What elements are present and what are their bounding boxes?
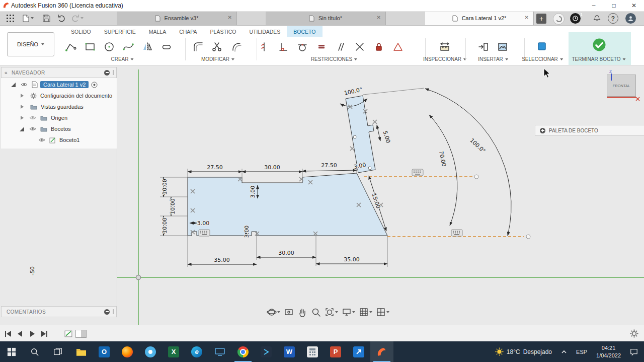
expanded-arrow-icon[interactable] <box>11 83 16 87</box>
look-at-button[interactable] <box>283 306 295 318</box>
tab-close-icon[interactable]: ✕ <box>228 15 232 20</box>
maximize-button[interactable]: □ <box>604 0 624 11</box>
fit-button[interactable] <box>324 306 339 318</box>
timeline-skip-end-button[interactable] <box>38 328 50 340</box>
construction-lines[interactable] <box>364 175 530 239</box>
file-menu-button[interactable] <box>20 13 36 24</box>
insert-derive-button[interactable] <box>474 37 493 56</box>
dim-angle-top[interactable]: 100.0° <box>344 86 363 96</box>
dim-bottom2[interactable]: 30.00 <box>278 250 294 256</box>
job-status-icon[interactable] <box>553 13 565 25</box>
line-tool-button[interactable] <box>61 37 80 56</box>
ribbon-tab-boceto[interactable]: BOCETO <box>287 26 322 37</box>
origin-point[interactable] <box>136 275 141 280</box>
dimension-edit-keyboard-icon[interactable] <box>412 169 423 176</box>
ribbon-tab-plastico[interactable]: PLÁSTICO <box>204 26 243 37</box>
tree-row-document[interactable]: Cara Lateral 1 v2 <box>1 79 117 90</box>
dim-left3[interactable]: 10.00 <box>162 218 168 234</box>
dim-step-mid[interactable]: 3.00 <box>250 186 256 198</box>
terminar-boceto-menu[interactable]: TERMINAR BOCETO <box>572 56 625 62</box>
timeline-marker[interactable] <box>75 330 87 338</box>
insert-image-button[interactable] <box>493 37 512 56</box>
lock-constraint-button[interactable] <box>369 37 388 56</box>
tab-close-icon[interactable]: ✕ <box>377 15 381 20</box>
timeline-step-back-button[interactable] <box>14 328 26 340</box>
eye-icon[interactable] <box>29 126 36 131</box>
tangent-constraint-button[interactable] <box>293 37 312 56</box>
tree-row-sketch1[interactable]: Boceto1 <box>1 134 117 146</box>
tab-close-icon[interactable]: ✕ <box>525 15 529 20</box>
search-icon[interactable] <box>23 341 46 362</box>
doc-tab-sin-titulo[interactable]: Sin título* ✕ <box>266 11 386 25</box>
clock-widget[interactable]: 04:21 1/04/2022 <box>592 341 625 362</box>
tree-row-doc-settings[interactable]: Configuración del documento <box>1 90 117 101</box>
panel-grip[interactable] <box>113 70 114 75</box>
fix-constraint-button[interactable] <box>388 37 408 56</box>
tree-row-saved-views[interactable]: Vistas guardadas <box>1 101 117 112</box>
notification-clock-icon[interactable]: 1 <box>570 13 581 24</box>
action-center-icon[interactable] <box>625 341 644 362</box>
modificar-menu[interactable]: MODIFICAR <box>201 56 234 62</box>
sketch-profile-main[interactable] <box>188 173 387 236</box>
dim-left2[interactable]: 10.00 <box>170 198 176 214</box>
dimension-edit-keyboard-icon[interactable] <box>451 230 462 236</box>
insertar-menu[interactable]: INSERTAR <box>478 56 508 62</box>
outlook-icon[interactable]: O <box>93 341 116 362</box>
collapsed-arrow-icon[interactable] <box>20 93 24 98</box>
doc-tab-cara-lateral[interactable]: Cara Lateral 1 v2* ✕ <box>425 11 534 25</box>
eye-icon[interactable] <box>38 137 45 142</box>
design-workspace-dropdown[interactable]: DISEÑO <box>7 32 54 56</box>
start-button[interactable] <box>0 341 23 362</box>
timeline-play-button[interactable] <box>26 328 38 340</box>
ribbon-tab-utilidades[interactable]: UTILIDADES <box>243 26 287 37</box>
perpendicular-constraint-button[interactable] <box>274 37 293 56</box>
save-button[interactable] <box>40 13 52 24</box>
dim-bottom1[interactable]: 35.00 <box>214 257 230 263</box>
tree-label-document[interactable]: Cara Lateral 1 v2 <box>40 81 89 88</box>
doc-tab-ensamble[interactable]: Ensamble v3* ✕ <box>117 11 237 25</box>
calculator-icon[interactable] <box>301 341 324 362</box>
ribbon-tab-chapa[interactable]: CHAPA <box>173 26 203 37</box>
share-app-icon[interactable] <box>347 341 370 362</box>
tree-label-saved-views[interactable]: Vistas guardadas <box>41 104 84 110</box>
viewports-button[interactable] <box>375 306 390 318</box>
language-indicator[interactable]: ESP <box>572 341 592 362</box>
pan-button[interactable] <box>296 306 308 318</box>
minimize-panel-icon[interactable] <box>104 70 110 76</box>
zoom-button[interactable] <box>310 306 322 318</box>
app-grid-icon[interactable] <box>4 13 16 24</box>
fillet-tool-button[interactable] <box>189 37 208 56</box>
trim-tool-button[interactable] <box>208 37 227 56</box>
dim-radius[interactable]: 70.00 <box>438 151 447 168</box>
tree-label-origin[interactable]: Origen <box>51 115 67 121</box>
dim-top3[interactable]: 27.50 <box>321 162 337 169</box>
eye-icon[interactable] <box>21 82 28 87</box>
orbit-button[interactable] <box>266 306 281 318</box>
parallel-constraint-button[interactable] <box>331 37 350 56</box>
powerpoint-icon[interactable]: P <box>324 341 347 362</box>
tree-label-sketch1[interactable]: Boceto1 <box>59 137 79 143</box>
weather-widget[interactable]: 18°C Despejado <box>491 341 556 362</box>
redo-button[interactable] <box>69 13 85 24</box>
collapsed-arrow-icon[interactable] <box>20 104 24 109</box>
task-view-button[interactable] <box>46 341 69 362</box>
ribbon-tab-malla[interactable]: MALLA <box>142 26 173 37</box>
dim-slot[interactable]: 5.00 <box>382 130 391 143</box>
firefox-icon[interactable] <box>116 341 139 362</box>
timeline-gear-icon[interactable] <box>628 328 640 340</box>
measure-tool-button[interactable] <box>435 37 454 56</box>
tree-row-origin[interactable]: Origen <box>1 112 117 123</box>
timeline-feature-sketch[interactable] <box>62 328 74 340</box>
select-tool-button[interactable] <box>533 37 552 56</box>
sketch-point[interactable] <box>353 135 356 138</box>
dim-step-bottom[interactable]: 3.00 <box>244 226 250 238</box>
new-tab-button[interactable]: + <box>536 14 546 24</box>
crear-menu[interactable]: CREAR <box>111 56 133 62</box>
close-button[interactable]: ✕ <box>624 0 644 11</box>
connect-icon[interactable] <box>208 341 231 362</box>
sketch-point[interactable] <box>368 167 371 170</box>
symmetry-constraint-button[interactable] <box>350 37 369 56</box>
display-settings-button[interactable] <box>341 306 356 318</box>
collapsed-arrow-icon[interactable] <box>20 115 24 120</box>
dim-top1[interactable]: 27.50 <box>207 164 223 171</box>
